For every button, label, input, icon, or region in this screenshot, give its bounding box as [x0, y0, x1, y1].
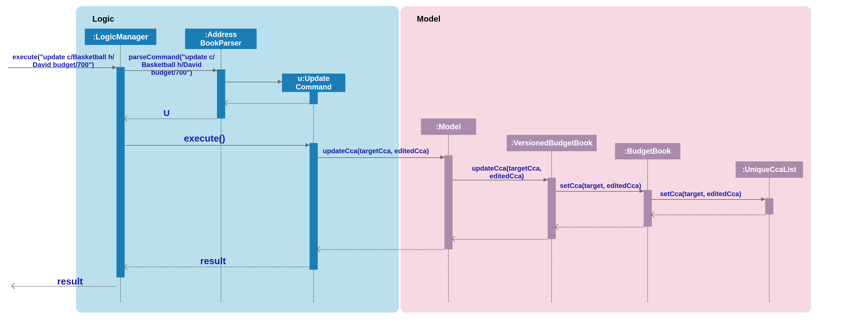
activation-update-command-exec	[310, 143, 318, 270]
participant-unique-cca-list-label: :UniqueCcaList	[742, 165, 796, 174]
participant-update-command-label: u:Update Command	[296, 74, 332, 91]
arrow-result-1	[125, 267, 310, 267]
participant-budget-book: :BudgetBook	[615, 143, 680, 159]
arrow-parse-command	[125, 70, 217, 71]
msg-update-cca-1: updateCca(targetCca, editedCca)	[323, 147, 429, 155]
arrow-return-create	[225, 103, 310, 104]
participant-logic-manager-label: :LogicManager	[93, 32, 148, 41]
arrow-execute-1	[8, 67, 117, 68]
participant-update-command: u:Update Command	[282, 73, 345, 92]
activation-logic-manager	[117, 67, 125, 278]
participant-versioned-budget-book: :VersionedBudgetBook	[507, 135, 597, 151]
arrow-ret-model	[318, 249, 444, 250]
arrow-set-cca-2	[652, 199, 765, 200]
activation-budget-book	[644, 190, 652, 227]
msg-result-1: result	[200, 255, 226, 266]
participant-logic-manager: :LogicManager	[85, 29, 156, 45]
arrow-update-cca-2	[453, 180, 548, 181]
participant-budget-book-label: :BudgetBook	[625, 147, 671, 156]
model-panel: Model	[401, 6, 811, 313]
arrowhead-set-cca-2	[761, 197, 765, 201]
activation-unique-cca-list	[765, 198, 773, 215]
participant-unique-cca-list: :UniqueCcaList	[736, 161, 803, 178]
arrowhead-update-cca-1	[440, 155, 444, 159]
msg-u: U	[163, 108, 169, 118]
arrow-create-update-command	[225, 82, 282, 82]
activation-address-book-parser	[217, 69, 225, 119]
msg-set-cca-1: setCca(target, editedCca)	[560, 182, 641, 190]
arrowhead-create-update-command	[278, 80, 282, 84]
msg-parse-command: parseCommand("update c/ Basketball h/Dav…	[124, 53, 220, 76]
arrow-ret-vbb	[453, 239, 548, 240]
msg-execute-1: execute("update c/Basketball h/ David bu…	[8, 53, 119, 69]
msg-execute-2: execute()	[184, 133, 225, 144]
arrowhead-result-2	[11, 283, 18, 289]
arrow-result-2	[12, 286, 117, 287]
arrowhead-set-cca-1	[640, 189, 644, 193]
arrowhead-update-cca-2	[544, 178, 548, 182]
arrowhead-execute-1	[113, 65, 117, 69]
participant-model-label: :Model	[436, 122, 461, 131]
participant-model: :Model	[421, 119, 476, 135]
activation-versioned-budget-book	[548, 178, 556, 239]
participant-address-book-parser: :Address BookParser	[185, 29, 257, 49]
activation-update-command-create	[310, 92, 318, 104]
arrow-ret-unique-cca	[652, 215, 765, 215]
participant-address-book-parser-label: :Address BookParser	[200, 30, 242, 47]
arrow-execute-2	[125, 145, 310, 146]
lifeline-unique-cca-list	[769, 178, 770, 302]
model-panel-title: Model	[417, 14, 440, 24]
arrow-update-cca-1	[318, 157, 444, 158]
arrow-ret-budget-book	[556, 227, 644, 227]
logic-panel-title: Logic	[92, 14, 114, 24]
lifeline-budget-book	[647, 159, 648, 302]
arrowhead-parse-command	[213, 68, 217, 72]
arrowhead-execute-2	[306, 143, 310, 147]
msg-update-cca-2: updateCca(targetCca, editedCca)	[466, 164, 548, 180]
msg-result-2: result	[57, 276, 83, 287]
arrow-set-cca-1	[556, 191, 644, 192]
activation-model	[444, 155, 453, 249]
msg-set-cca-2: setCca(target, editedCca)	[660, 190, 741, 198]
participant-versioned-budget-book-label: :VersionedBudgetBook	[511, 139, 592, 147]
arrow-u	[125, 119, 217, 119]
